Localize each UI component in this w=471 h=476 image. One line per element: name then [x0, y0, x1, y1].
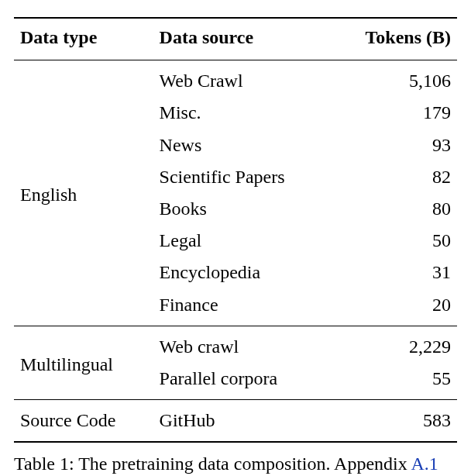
cell-source: Books	[153, 193, 331, 225]
cell-tokens: 93	[331, 129, 457, 161]
cell-source: Parallel corpora	[153, 363, 331, 400]
cell-tokens: 583	[331, 400, 457, 443]
cell-tokens: 179	[331, 97, 457, 129]
cell-source: News	[153, 129, 331, 161]
caption-text-pre: The pretraining data composition. Append…	[74, 454, 411, 474]
col-header-tokens: Tokens (B)	[331, 18, 457, 60]
cell-tokens: 50	[331, 225, 457, 257]
cell-tokens: 31	[331, 257, 457, 288]
cell-tokens: 82	[331, 161, 457, 193]
table-row: Multilingual Web crawl 2,229	[14, 326, 457, 363]
cell-source: Scientific Papers	[153, 161, 331, 193]
cell-tokens: 20	[331, 289, 457, 326]
cell-source: Web crawl	[153, 326, 331, 363]
caption-label: Table 1:	[14, 454, 74, 474]
cell-source: GitHub	[153, 400, 331, 443]
cell-source: Web Crawl	[153, 60, 331, 98]
col-header-type: Data type	[14, 18, 153, 60]
cell-tokens: 80	[331, 193, 457, 225]
cell-source: Finance	[153, 289, 331, 326]
cell-source: Encyclopedia	[153, 257, 331, 288]
data-table: Data type Data source Tokens (B) English…	[14, 17, 457, 443]
table-row: English Web Crawl 5,106	[14, 60, 457, 98]
group-label-multilingual: Multilingual	[14, 326, 153, 399]
cell-tokens: 2,229	[331, 326, 457, 363]
group-label-english: English	[14, 60, 153, 326]
cell-tokens: 55	[331, 363, 457, 400]
cell-source: Misc.	[153, 97, 331, 129]
group-label-sourcecode: Source Code	[14, 400, 153, 443]
cell-source: Legal	[153, 225, 331, 257]
cell-tokens: 5,106	[331, 60, 457, 98]
table-header-row: Data type Data source Tokens (B)	[14, 18, 457, 60]
col-header-source: Data source	[153, 18, 331, 60]
table-caption: Table 1: The pretraining data compositio…	[14, 450, 457, 476]
table-row: Source Code GitHub 583	[14, 400, 457, 443]
appendix-link-a1[interactable]: A.1	[411, 454, 438, 474]
